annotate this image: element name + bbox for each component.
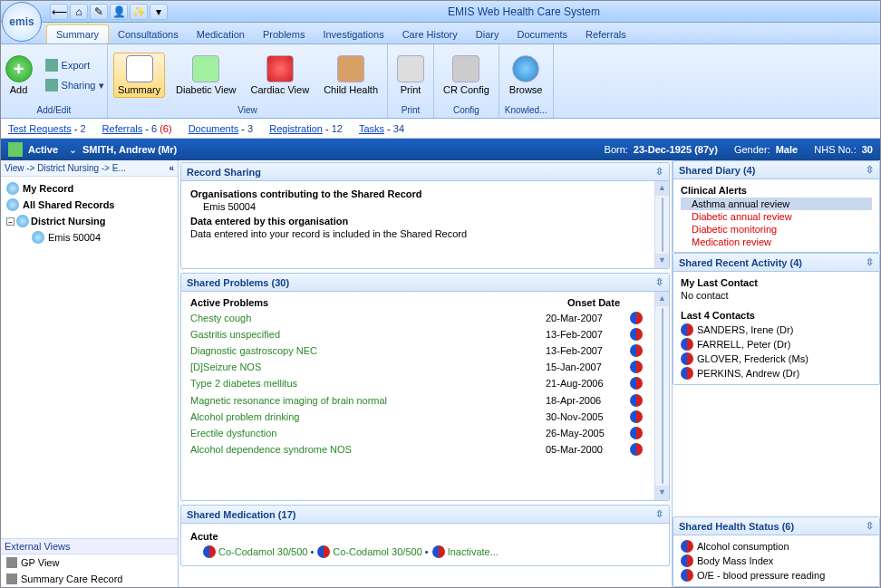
problem-name: Alcohol problem drinking <box>190 409 546 425</box>
shared-icon <box>630 443 643 456</box>
tree-emis[interactable]: Emis 50004 <box>6 229 172 246</box>
titlebar: emis ⟵ ⌂ ✎ 👤 ✨ ▾ EMIS Web Health Care Sy… <box>1 1 880 23</box>
record-icon <box>6 182 19 195</box>
chevron-down-icon[interactable]: ⌄ <box>69 144 77 156</box>
collapse-left-icon[interactable]: « <box>169 163 174 173</box>
problem-row[interactable]: Diagnostic gastroscopy NEC13-Feb-2007 <box>190 342 645 359</box>
problem-row[interactable]: Magnetic resonance imaging of brain norm… <box>190 391 645 408</box>
tree-my-record[interactable]: My Record <box>6 180 172 197</box>
problem-row[interactable]: Type 2 diabetes mellitus21-Aug-2006 <box>190 375 645 391</box>
contact-item[interactable]: GLOVER, Frederick (Ms) <box>681 352 872 366</box>
scrollbar[interactable]: ▲▼ <box>654 181 669 268</box>
link-registration[interactable]: Registration <box>269 123 323 134</box>
tab-problems[interactable]: Problems <box>254 25 314 43</box>
app-logo[interactable]: emis <box>2 2 42 42</box>
export-button[interactable]: Export <box>44 57 107 73</box>
my-last-contact-heading: My Last Contact <box>681 275 872 290</box>
contact-item[interactable]: SANDERS, Irene (Dr) <box>681 323 872 337</box>
tab-investigations[interactable]: Investigations <box>314 25 392 43</box>
summary-view-button[interactable]: Summary <box>113 53 165 98</box>
recent-activity-section: Shared Recent Activity (4)⇳ My Last Cont… <box>673 253 880 385</box>
expand-icon[interactable]: ⇳ <box>655 276 663 288</box>
col-onset-date: Onset Date <box>546 295 627 310</box>
print-button[interactable]: Print <box>393 53 428 97</box>
problem-row[interactable]: Chesty cough20-Mar-2007 <box>190 310 645 326</box>
tab-care-history[interactable]: Care History <box>393 25 467 43</box>
scrollbar[interactable]: ▲▼ <box>654 292 669 500</box>
diabetic-view-button[interactable]: Diabetic View <box>172 53 239 97</box>
shared-icon <box>681 338 693 351</box>
problem-row[interactable]: Gastritis unspecified13-Feb-2007 <box>190 326 645 342</box>
onset-date: 18-Apr-2006 <box>546 391 627 408</box>
home-icon[interactable]: ⌂ <box>70 4 88 20</box>
problem-row[interactable]: [D]Seizure NOS15-Jan-2007 <box>190 359 645 375</box>
browse-button[interactable]: Browse <box>506 53 547 97</box>
qat-dropdown-icon[interactable]: ▾ <box>150 4 168 20</box>
expand-icon[interactable]: ⇳ <box>655 166 663 178</box>
shared-icon <box>317 545 330 558</box>
shared-problems-section: Shared Problems (30)⇳ Active ProblemsOns… <box>180 273 670 501</box>
shared-icon <box>630 328 643 341</box>
tab-diary[interactable]: Diary <box>467 25 508 43</box>
tab-medication[interactable]: Medication <box>188 25 254 43</box>
clinical-alert[interactable]: Diabetic monitoring <box>681 223 872 236</box>
health-status-item[interactable]: Body Mass Index <box>681 554 872 568</box>
shared-icon <box>630 312 643 324</box>
medication-item[interactable]: Inactivate... <box>432 545 499 558</box>
back-icon[interactable]: ⟵ <box>50 4 68 20</box>
external-gp-view[interactable]: GP View <box>1 554 178 571</box>
expand-icon[interactable]: ⇳ <box>866 256 874 268</box>
expand-icon[interactable]: ⇳ <box>866 164 874 176</box>
problem-row[interactable]: Erectile dysfunction26-May-2005 <box>190 425 645 441</box>
shared-icon <box>681 540 693 553</box>
cardiac-view-button[interactable]: Cardiac View <box>247 53 314 97</box>
tree-district-nursing[interactable]: –District Nursing <box>6 213 172 229</box>
tab-summary[interactable]: Summary <box>46 24 109 43</box>
breadcrumb: View -> District Nursing -> E... « <box>1 160 178 177</box>
add-button[interactable]: + Add <box>2 53 36 97</box>
problem-name: Diagnostic gastroscopy NEC <box>190 342 546 359</box>
expand-icon[interactable]: ⇳ <box>655 508 663 520</box>
problem-row[interactable]: Alcohol dependence syndrome NOS05-Mar-20… <box>190 441 645 458</box>
sharing-button[interactable]: Sharing ▾ <box>44 77 107 93</box>
collapse-node-icon[interactable]: – <box>6 217 15 226</box>
clinical-alert[interactable]: Medication review <box>681 236 872 248</box>
diary-title: Shared Diary (4) <box>679 165 755 176</box>
onset-date: 20-Mar-2007 <box>546 310 627 326</box>
edit-icon[interactable]: ✎ <box>90 4 108 20</box>
problem-name: Chesty cough <box>190 310 546 326</box>
external-scr[interactable]: Summary Care Record <box>1 571 178 587</box>
wand-icon[interactable]: ✨ <box>130 4 148 20</box>
onset-date: 21-Aug-2006 <box>546 375 627 391</box>
medication-item[interactable]: Co-Codamol 30/500 • <box>203 545 314 558</box>
user-icon[interactable]: 👤 <box>110 4 128 20</box>
health-status-item[interactable]: Alcohol consumption <box>681 539 872 554</box>
my-last-contact: No contact <box>681 290 872 301</box>
group-label-config: Config <box>453 103 479 115</box>
tab-documents[interactable]: Documents <box>508 25 576 43</box>
child-health-button[interactable]: Child Health <box>320 53 382 97</box>
tree-all-shared[interactable]: All Shared Records <box>6 197 172 213</box>
medication-item[interactable]: Co-Codamol 30/500 • <box>317 545 428 558</box>
app-title: EMIS Web Health Care System <box>168 5 880 18</box>
group-label-knowledge: Knowled... <box>505 103 547 115</box>
plus-icon: + <box>5 55 33 82</box>
link-referrals[interactable]: Referrals <box>102 123 143 134</box>
link-documents[interactable]: Documents <box>189 123 239 134</box>
patient-status: Active <box>28 144 58 155</box>
expand-icon[interactable]: ⇳ <box>866 520 874 532</box>
problems-table: Active ProblemsOnset Date Chesty cough20… <box>190 295 645 458</box>
pen-icon <box>192 55 219 82</box>
contact-item[interactable]: PERKINS, Andrew (Dr) <box>681 366 872 381</box>
link-tasks[interactable]: Tasks <box>359 123 384 134</box>
link-test-requests[interactable]: Test Requests <box>8 123 72 134</box>
tab-consultations[interactable]: Consultations <box>109 25 188 43</box>
problem-row[interactable]: Alcohol problem drinking30-Nov-2005 <box>190 409 645 425</box>
cr-config-button[interactable]: CR Config <box>440 53 493 97</box>
clinical-alerts-heading: Clinical Alerts <box>681 183 872 198</box>
tab-referrals[interactable]: Referrals <box>576 25 635 43</box>
health-status-item[interactable]: O/E - blood pressure reading <box>681 568 872 583</box>
clinical-alert[interactable]: Asthma annual review <box>681 198 872 210</box>
contact-item[interactable]: FARRELL, Peter (Dr) <box>681 337 872 352</box>
clinical-alert[interactable]: Diabetic annual review <box>681 210 872 223</box>
